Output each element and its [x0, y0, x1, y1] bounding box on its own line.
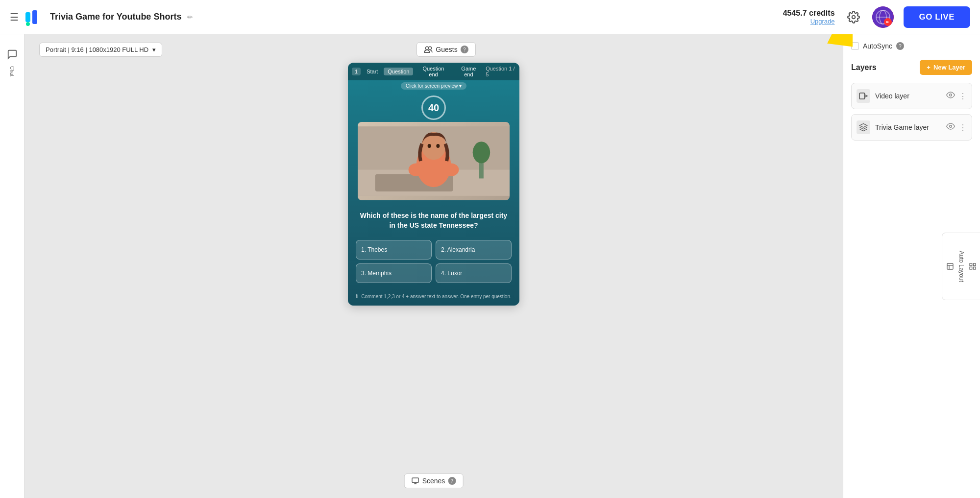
eye-icon-trivia[interactable]	[946, 123, 955, 132]
right-sidebar: AutoSync ? Layers + New Layer Video laye…	[843, 34, 980, 498]
svg-rect-33	[970, 267, 972, 269]
svg-point-11	[426, 47, 429, 49]
autosync-label: AutoSync	[863, 42, 892, 50]
trivia-layer-icon	[857, 120, 870, 134]
scenes-help-icon: ?	[448, 477, 456, 485]
plus-icon: +	[927, 64, 931, 71]
svg-rect-24	[412, 478, 418, 482]
timer-value: 40	[428, 102, 439, 114]
canvas-toolbar: Portrait | 9:16 | 1080x1920 FULL HD ▾ Gu…	[24, 42, 843, 63]
guests-help-icon: ?	[461, 46, 468, 53]
layers-title: Layers	[851, 63, 877, 72]
video-layer-name: Video layer	[875, 92, 941, 100]
timer-container: 40	[348, 92, 519, 122]
trivia-layer-name: Trivia Game layer	[875, 123, 941, 131]
layer-actions-video: ⋮	[946, 92, 967, 101]
layout-icon-top	[969, 262, 977, 270]
answer-2[interactable]: 2. Alexandria	[436, 240, 512, 260]
layout-icon-bottom	[946, 262, 954, 270]
credits-section: 4545.7 credits Upgrade	[783, 9, 835, 25]
eye-icon-video[interactable]	[946, 92, 955, 100]
autosync-help-icon: ?	[896, 42, 904, 50]
svg-point-21	[436, 144, 440, 148]
svg-point-12	[429, 47, 432, 49]
tab-question[interactable]: Question	[384, 68, 413, 75]
autosync-checkbox[interactable]	[851, 42, 859, 50]
autosync-row: AutoSync ?	[851, 42, 972, 50]
answer-4[interactable]: 4. Luxor	[436, 263, 512, 283]
more-icon-trivia[interactable]: ⋮	[959, 123, 967, 132]
scenes-label: Scenes	[422, 477, 445, 485]
go-live-button[interactable]: GO LIVE	[904, 6, 970, 28]
hamburger-icon[interactable]: ☰	[10, 11, 19, 23]
info-icon: ℹ	[356, 293, 358, 300]
svg-rect-0	[25, 12, 30, 22]
phone-inner: 1 Start Question Question end Game end Q…	[348, 63, 519, 306]
more-icon-video[interactable]: ⋮	[959, 92, 967, 101]
header-left: ☰ Trivia Game for Youtube Shorts ✏	[10, 7, 775, 27]
credits-amount: 4545.7 credits	[783, 9, 835, 18]
video-area	[358, 122, 510, 200]
dropdown-chevron-icon: ▾	[152, 46, 156, 53]
header: ☰ Trivia Game for Youtube Shorts ✏ 4545.…	[0, 0, 980, 34]
svg-point-20	[428, 144, 431, 148]
svg-point-30	[950, 125, 952, 128]
header-right: 4545.7 credits Upgrade GO LIVE	[783, 6, 970, 28]
logo	[24, 7, 44, 27]
chat-button[interactable]: Chat	[7, 49, 18, 76]
tab-start[interactable]: Start	[363, 68, 382, 75]
video-layer-icon	[857, 89, 870, 103]
preview-tabs: 1 Start Question Question end Game end Q…	[348, 63, 519, 80]
chat-icon	[7, 49, 18, 62]
layer-item-video[interactable]: Video layer ⋮	[851, 83, 972, 109]
resolution-label: Portrait | 9:16 | 1080x1920 FULL HD	[46, 46, 148, 53]
avatar[interactable]	[872, 6, 894, 28]
svg-point-17	[473, 142, 490, 163]
new-layer-button[interactable]: + New Layer	[920, 60, 972, 75]
auto-layout-tab[interactable]: Auto Layout	[942, 232, 980, 300]
question-counter: Question 1 / 5	[486, 66, 515, 77]
auto-layout-label: Auto Layout	[958, 250, 965, 282]
phone-preview: 1 Start Question Question end Game end Q…	[348, 63, 519, 306]
tab-question-end[interactable]: Question end	[415, 65, 451, 78]
preview-label: Click for screen preview ▾	[348, 80, 519, 92]
chat-label: Chat	[9, 66, 15, 76]
svg-point-22	[409, 163, 424, 176]
video-placeholder	[358, 122, 510, 200]
svg-rect-1	[32, 10, 37, 24]
comment-text: Comment 1,2,3 or 4 + answer text to answ…	[361, 294, 512, 299]
answer-1[interactable]: 1. Thebes	[356, 240, 432, 260]
answer-3[interactable]: 3. Memphis	[356, 263, 432, 283]
svg-rect-27	[859, 93, 865, 99]
canvas-area: Portrait | 9:16 | 1080x1920 FULL HD ▾ Gu…	[24, 34, 843, 498]
layer-actions-trivia: ⋮	[946, 123, 967, 132]
svg-marker-28	[865, 95, 867, 97]
svg-point-2	[26, 22, 30, 26]
svg-rect-35	[947, 263, 953, 269]
svg-rect-31	[970, 263, 972, 266]
settings-icon[interactable]	[845, 8, 862, 26]
timer-circle: 40	[421, 95, 446, 120]
svg-point-3	[852, 15, 855, 19]
layer-item-trivia[interactable]: Trivia Game layer ⋮	[851, 114, 972, 141]
new-layer-label: New Layer	[933, 64, 965, 71]
edit-icon[interactable]: ✏	[187, 13, 193, 21]
guests-button[interactable]: Guests ?	[416, 42, 475, 57]
upgrade-link[interactable]: Upgrade	[783, 18, 835, 25]
svg-rect-34	[973, 267, 976, 269]
svg-rect-32	[973, 263, 976, 266]
answer-grid: 1. Thebes 2. Alexandria 3. Memphis 4. Lu…	[348, 240, 519, 289]
step-number: 1	[352, 68, 361, 75]
scenes-button[interactable]: Scenes ?	[404, 474, 464, 488]
main-layout: Chat Portrait | 9:16 | 1080x1920 FULL HD…	[0, 34, 980, 498]
svg-point-29	[950, 94, 952, 96]
resolution-select[interactable]: Portrait | 9:16 | 1080x1920 FULL HD ▾	[39, 43, 162, 57]
canvas-bottom: Scenes ?	[404, 474, 464, 488]
question-text: Which of these is the name of the larges…	[348, 205, 519, 240]
svg-point-23	[443, 163, 459, 176]
left-sidebar: Chat	[0, 34, 24, 498]
tab-game-end[interactable]: Game end	[454, 65, 484, 78]
screen-preview-button[interactable]: Click for screen preview ▾	[401, 82, 466, 90]
guests-label: Guests	[436, 46, 457, 53]
layers-header: Layers + New Layer	[851, 60, 972, 75]
